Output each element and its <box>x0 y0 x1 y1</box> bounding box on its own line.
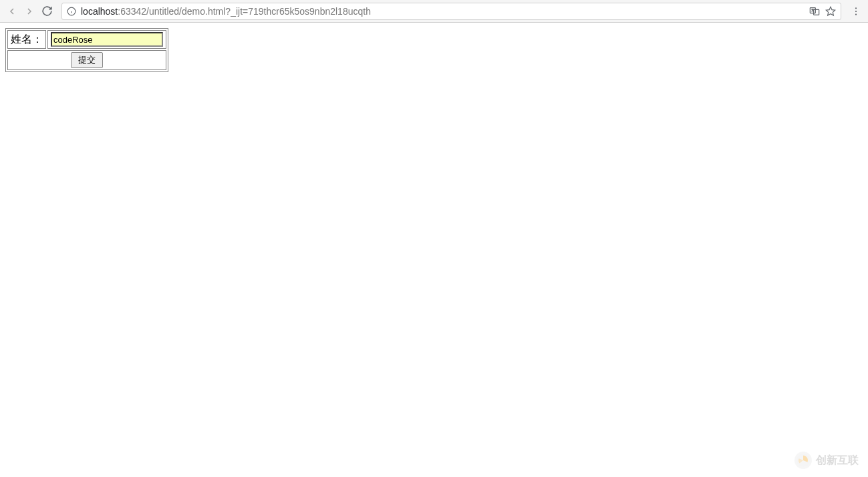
svg-marker-5 <box>826 7 835 15</box>
reload-button[interactable] <box>40 5 53 18</box>
url-host: localhost <box>81 6 118 17</box>
watermark: 创新互联 <box>794 452 859 469</box>
url-path: :63342/untitled/demo.html?_ijt=719thcr65… <box>118 6 371 17</box>
bookmark-star-icon[interactable] <box>825 5 837 17</box>
name-label: 姓名： <box>7 30 46 49</box>
name-input[interactable] <box>51 32 163 47</box>
svg-rect-4 <box>814 9 819 15</box>
site-info-icon[interactable] <box>66 6 77 17</box>
svg-point-7 <box>855 10 857 11</box>
table-row: 姓名： <box>7 30 166 49</box>
back-button[interactable] <box>5 5 19 18</box>
translate-icon[interactable] <box>809 5 821 17</box>
browser-menu-icon[interactable] <box>849 5 863 18</box>
watermark-logo-icon <box>794 452 812 469</box>
form-table: 姓名： <box>5 28 168 72</box>
url-text: localhost:63342/untitled/demo.html?_ijt=… <box>81 6 805 17</box>
submit-cell <box>7 50 166 70</box>
browser-toolbar: localhost:63342/untitled/demo.html?_ijt=… <box>0 0 868 23</box>
page-content: 姓名： <box>0 23 868 77</box>
address-bar[interactable]: localhost:63342/untitled/demo.html?_ijt=… <box>61 3 841 20</box>
table-row <box>7 50 166 70</box>
name-input-cell <box>47 30 166 49</box>
svg-point-6 <box>855 7 857 9</box>
watermark-text: 创新互联 <box>816 454 859 468</box>
svg-point-8 <box>855 13 857 15</box>
submit-button[interactable] <box>71 52 103 68</box>
forward-button[interactable] <box>23 5 36 18</box>
